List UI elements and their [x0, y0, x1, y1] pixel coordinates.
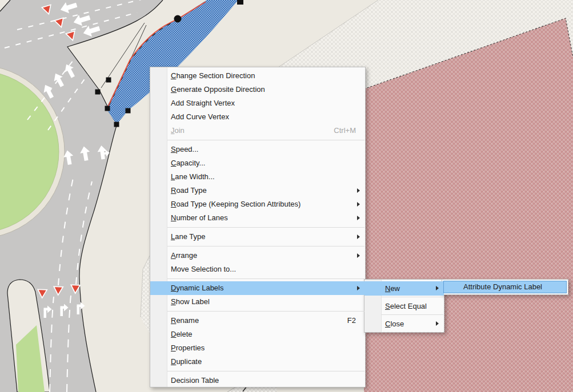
menu-item-rename[interactable]: RenameF2	[150, 314, 365, 328]
submenu-arrow-icon	[357, 253, 360, 258]
menu-item-change-section-direction[interactable]: Change Section Direction	[150, 69, 365, 83]
menu-item-close[interactable]: Close	[364, 317, 444, 331]
menu-item-number-of-lanes[interactable]: Number of Lanes	[150, 211, 365, 225]
menu-item-arrange[interactable]: Arrange	[150, 249, 365, 262]
submenu-arrow-icon	[436, 286, 439, 290]
menu-item-dynamic-labels[interactable]: Dynamic Labels	[150, 281, 365, 295]
menu-item-duplicate[interactable]: Duplicate	[150, 355, 365, 369]
menu-item-label: Road Type (Keeping Section Attributes)	[171, 197, 356, 211]
menu-separator	[150, 244, 365, 249]
menu-item-add-straight-vertex[interactable]: Add Straight Vertex	[150, 96, 365, 110]
menu-item-speed[interactable]: Speed...	[150, 143, 365, 156]
menu-separator	[150, 225, 365, 230]
menu-item-label: Add Straight Vertex	[171, 96, 356, 110]
curve-vertex-handle[interactable]	[174, 15, 182, 23]
submenu-arrow-icon	[436, 321, 439, 326]
menu-item-label: Delete	[171, 328, 356, 341]
menu-item-label: Add Curve Vertex	[171, 110, 356, 124]
context-menu: Change Section DirectionGenerate Opposit…	[150, 67, 366, 387]
menu-item-label: Arrange	[171, 249, 356, 262]
menu-item-label: Dynamic Labels	[171, 281, 356, 295]
shortcut-label: F2	[347, 314, 356, 328]
shortcut-label: Ctrl+M	[334, 124, 356, 138]
menu-item-label: Number of Lanes	[171, 211, 356, 225]
menu-item-label: Decision Table	[171, 374, 356, 387]
menu-item-label: Close	[385, 317, 435, 331]
menu-item-label: Attribute Dynamic Label	[463, 281, 557, 293]
menu-item-show-label[interactable]: Show Label	[150, 295, 365, 309]
menu-item-label: Speed...	[171, 143, 356, 156]
submenu-arrow-icon	[357, 202, 360, 207]
submenu-arrow-icon	[357, 216, 360, 220]
menu-item-label: Rename	[171, 314, 337, 328]
menu-item-label: Show Label	[171, 295, 356, 309]
menu-item-generate-opposite-direction[interactable]: Generate Opposite Direction	[150, 83, 365, 96]
menu-item-label: Road Type	[171, 184, 356, 197]
menu-item-new[interactable]: New	[364, 281, 444, 296]
menu-item-attribute-dynamic-label[interactable]: Attribute Dynamic Label	[443, 281, 567, 293]
menu-item-label: Join	[171, 124, 323, 138]
menu-item-road-type-keeping-section-attributes[interactable]: Road Type (Keeping Section Attributes)	[150, 197, 365, 211]
menu-item-decision-table[interactable]: Decision Table	[150, 374, 365, 387]
menu-item-label: Select Equal	[385, 299, 435, 313]
menu-item-label: Move Selection to...	[171, 262, 356, 276]
menu-item-properties[interactable]: Properties	[150, 341, 365, 355]
menu-separator	[150, 309, 365, 314]
submenu-arrow-icon	[357, 235, 360, 239]
menu-separator	[150, 138, 365, 143]
menu-item-lane-width[interactable]: Lane Width...	[150, 170, 365, 184]
menu-separator	[150, 369, 365, 374]
menu-item-delete[interactable]: Delete	[150, 328, 365, 341]
menu-item-label: Change Section Direction	[171, 69, 356, 83]
menu-item-lane-type[interactable]: Lane Type	[150, 230, 365, 244]
editor-viewport: Change Section DirectionGenerate Opposit…	[0, 0, 573, 392]
menu-item-capacity[interactable]: Capacity...	[150, 156, 365, 170]
dynamic-labels-submenu: NewSelect EqualClose	[364, 279, 444, 333]
submenu-arrow-icon	[357, 188, 360, 193]
menu-item-label: Properties	[171, 341, 356, 355]
menu-item-label: New	[385, 281, 435, 296]
menu-separator	[150, 276, 365, 281]
menu-item-move-selection-to[interactable]: Move Selection to...	[150, 262, 365, 276]
new-submenu: Attribute Dynamic Label	[442, 279, 568, 295]
submenu-arrow-icon	[357, 286, 360, 290]
menu-item-select-equal[interactable]: Select Equal	[364, 299, 444, 313]
menu-item-label: Lane Type	[171, 230, 356, 244]
menu-item-label: Capacity...	[171, 156, 356, 170]
menu-item-label: Duplicate	[171, 355, 356, 369]
menu-item-label: Lane Width...	[171, 170, 356, 184]
menu-item-join: JoinCtrl+M	[150, 124, 365, 138]
menu-item-add-curve-vertex[interactable]: Add Curve Vertex	[150, 110, 365, 124]
menu-item-road-type[interactable]: Road Type	[150, 184, 365, 197]
menu-item-label: Generate Opposite Direction	[171, 83, 356, 96]
